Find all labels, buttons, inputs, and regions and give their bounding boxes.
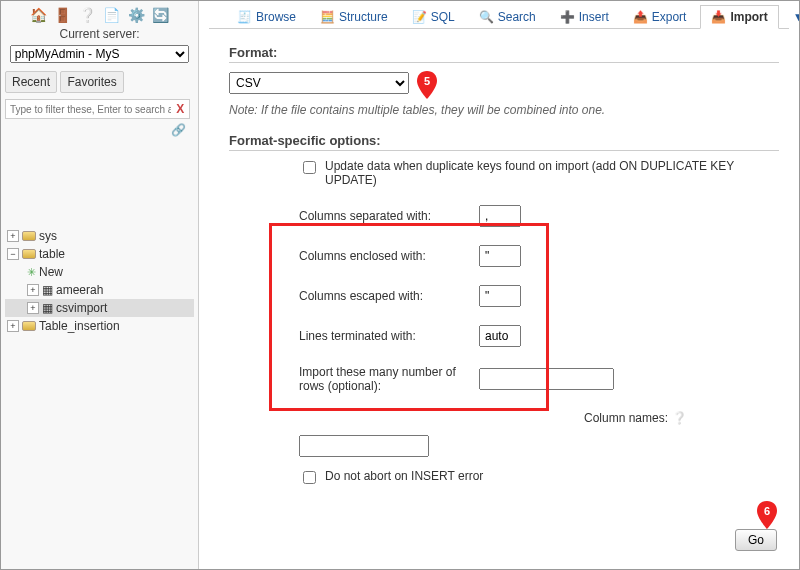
new-icon: ✳: [27, 266, 36, 279]
favorites-tab[interactable]: Favorites: [60, 71, 123, 93]
tab-label: Structure: [339, 10, 388, 24]
annotation-pin-6: 6: [755, 501, 779, 525]
tab-search[interactable]: 🔍Search: [469, 5, 546, 28]
database-icon: [22, 321, 36, 331]
tree-label: New: [39, 265, 63, 279]
database-icon: [22, 249, 36, 259]
cols-escaped-input[interactable]: [479, 285, 521, 307]
tab-label: Insert: [579, 10, 609, 24]
filter-wrap: X: [5, 99, 190, 119]
tree-tbl-csvimport[interactable]: + ▦ csvimport: [5, 299, 194, 317]
tab-label: SQL: [431, 10, 455, 24]
insert-icon: ➕: [560, 10, 575, 24]
expand-icon[interactable]: +: [27, 284, 39, 296]
db-tree: + sys − table ✳ New + ▦ ameerah + ▦ csvi…: [5, 227, 194, 335]
sidebar-shortcut-row: 🏠 🚪 ❔ 📄 ⚙️ 🔄: [5, 7, 194, 23]
cols-separated-input[interactable]: [479, 205, 521, 227]
tree-db-sys[interactable]: + sys: [5, 227, 194, 245]
no-abort-checkbox[interactable]: [303, 471, 316, 484]
filter-clear-icon[interactable]: X: [173, 102, 187, 116]
tab-structure[interactable]: 🧮Structure: [310, 5, 398, 28]
settings-icon[interactable]: ⚙️: [128, 7, 145, 23]
link-icon[interactable]: 🔗: [5, 119, 194, 137]
sidebar: 🏠 🚪 ❔ 📄 ⚙️ 🔄 Current server: phpMyAdmin …: [1, 1, 199, 569]
tab-export[interactable]: 📤Export: [623, 5, 697, 28]
tree-label: table: [39, 247, 65, 261]
tab-insert[interactable]: ➕Insert: [550, 5, 619, 28]
table-icon: ▦: [42, 301, 53, 315]
format-note: Note: If the file contains multiple tabl…: [229, 103, 789, 117]
cols-enclosed-label: Columns enclosed with:: [299, 249, 479, 263]
search-icon: 🔍: [479, 10, 494, 24]
tree-new[interactable]: ✳ New: [5, 263, 194, 281]
reload-icon[interactable]: 🔄: [152, 7, 169, 23]
update-duplicate-checkbox[interactable]: [303, 161, 316, 174]
cols-escaped-label: Columns escaped with:: [299, 289, 479, 303]
tab-label: Search: [498, 10, 536, 24]
cols-separated-label: Columns separated with:: [299, 209, 479, 223]
recent-tab[interactable]: Recent: [5, 71, 57, 93]
tab-label: Browse: [256, 10, 296, 24]
server-select[interactable]: phpMyAdmin - MyS: [10, 45, 190, 63]
exit-icon[interactable]: 🚪: [54, 7, 71, 23]
tab-sql[interactable]: 📝SQL: [402, 5, 465, 28]
lines-terminated-input[interactable]: [479, 325, 521, 347]
tree-label: Table_insertion: [39, 319, 120, 333]
browse-icon: 🧾: [237, 10, 252, 24]
expand-icon[interactable]: +: [7, 320, 19, 332]
current-server-label: Current server:: [5, 27, 194, 41]
import-rows-label: Import these many number of rows (option…: [299, 365, 479, 393]
structure-icon: 🧮: [320, 10, 335, 24]
format-heading: Format:: [229, 45, 779, 63]
sql-tab-icon: 📝: [412, 10, 427, 24]
tree-label: ameerah: [56, 283, 103, 297]
cols-enclosed-input[interactable]: [479, 245, 521, 267]
sql-icon[interactable]: 📄: [103, 7, 120, 23]
tab-label: Export: [652, 10, 687, 24]
table-icon: ▦: [42, 283, 53, 297]
sidebar-tabs: Recent Favorites: [5, 71, 194, 93]
expand-icon[interactable]: +: [27, 302, 39, 314]
annotation-pin-5: 5: [415, 71, 439, 95]
lines-terminated-label: Lines terminated with:: [299, 329, 479, 343]
import-rows-input[interactable]: [479, 368, 614, 390]
database-icon: [22, 231, 36, 241]
filter-input[interactable]: [8, 103, 173, 116]
help-icon[interactable]: ❔: [672, 411, 687, 425]
tree-db-table[interactable]: − table: [5, 245, 194, 263]
update-duplicate-label: Update data when duplicate keys found on…: [325, 159, 789, 187]
main-panel: 🧾Browse 🧮Structure 📝SQL 🔍Search ➕Insert …: [199, 1, 799, 569]
help-icon[interactable]: ❔: [79, 7, 96, 23]
export-icon: 📤: [633, 10, 648, 24]
home-icon[interactable]: 🏠: [30, 7, 47, 23]
chevron-down-icon: ▼: [793, 10, 799, 24]
expand-icon[interactable]: +: [7, 230, 19, 242]
format-select[interactable]: CSV: [229, 72, 409, 94]
column-names-label: Column names:: [584, 411, 668, 425]
column-names-input[interactable]: [299, 435, 429, 457]
tab-browse[interactable]: 🧾Browse: [227, 5, 306, 28]
tree-label: sys: [39, 229, 57, 243]
options-area: Update data when duplicate keys found on…: [299, 159, 789, 425]
tree-db-table-insertion[interactable]: + Table_insertion: [5, 317, 194, 335]
collapse-icon[interactable]: −: [7, 248, 19, 260]
tab-label: Import: [730, 10, 767, 24]
go-button[interactable]: Go: [735, 529, 777, 551]
options-heading: Format-specific options:: [229, 133, 779, 151]
tree-tbl-ameerah[interactable]: + ▦ ameerah: [5, 281, 194, 299]
top-tabs: 🧾Browse 🧮Structure 📝SQL 🔍Search ➕Insert …: [209, 1, 789, 29]
no-abort-label: Do not abort on INSERT error: [325, 469, 483, 483]
import-icon: 📥: [711, 10, 726, 24]
tab-more[interactable]: ▼More: [783, 5, 799, 28]
tab-import[interactable]: 📥Import: [700, 5, 778, 29]
tree-label: csvimport: [56, 301, 107, 315]
